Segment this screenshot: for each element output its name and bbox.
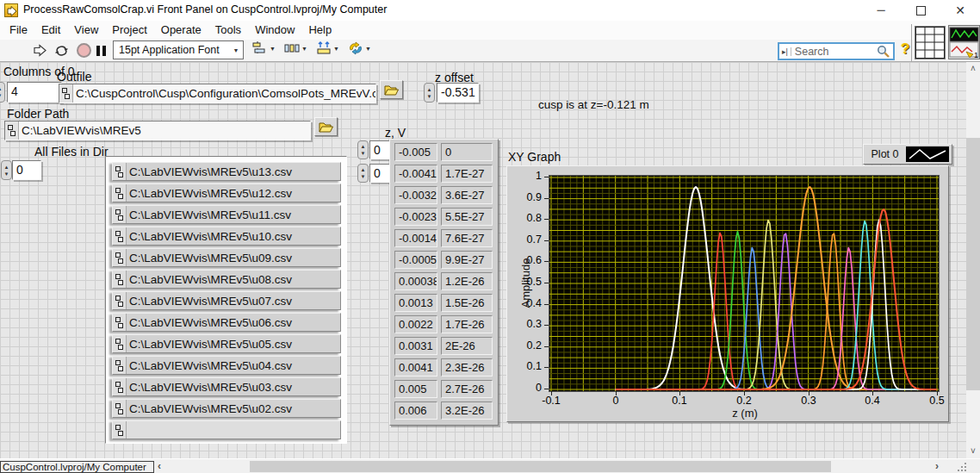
spinner-up-icon[interactable]: ▲ <box>361 166 366 173</box>
menu-item-help[interactable]: Help <box>301 21 338 40</box>
z-offset-spinner[interactable]: ▲ ▼ <box>424 83 435 103</box>
distribute-objects-button[interactable]: ▼ <box>284 41 307 55</box>
maximize-button[interactable] <box>901 0 940 21</box>
spinner-up-icon[interactable]: ▲ <box>427 86 432 93</box>
reorder-objects-button[interactable]: ▼ <box>348 41 371 55</box>
x-tick-label: 0.1 <box>661 395 698 407</box>
scroll-down-icon[interactable]: ˅ <box>966 445 980 458</box>
table-col-index-input[interactable]: 0 <box>369 164 391 183</box>
pause-button[interactable] <box>96 40 109 61</box>
minimize-button[interactable]: ─ <box>861 0 901 21</box>
grid-alignment-icon[interactable] <box>915 26 946 59</box>
chevron-down-icon: ▼ <box>229 47 243 53</box>
table-cell-z: 0.0031 <box>394 337 437 355</box>
scroll-up-icon[interactable]: ˄ <box>966 62 980 76</box>
align-objects-button[interactable]: ▼ <box>252 41 276 55</box>
table-cell-z: -0.005 <box>394 143 437 161</box>
spinner-down-icon[interactable]: ▼ <box>427 93 432 100</box>
run-continuously-button[interactable] <box>53 40 70 61</box>
y-tick-label: 0.3 <box>511 318 542 330</box>
y-tick-label: 0.9 <box>511 191 542 203</box>
file-path-item: C:\LabVIEWvis\MREv5\u12.csv <box>112 184 341 202</box>
menu-item-edit[interactable]: Edit <box>34 21 67 40</box>
spinner-down-icon[interactable]: ▼ <box>361 150 366 157</box>
menu-item-view[interactable]: View <box>67 21 105 40</box>
vertical-scrollbar-thumb[interactable] <box>966 138 980 390</box>
file-path-text: C:\LabVIEWvis\MREv5\u13.csv <box>127 165 292 178</box>
resize-objects-button[interactable]: ▼ <box>316 41 339 55</box>
abort-button[interactable] <box>77 40 91 61</box>
table-cell-v: 5.5E-27 <box>441 208 493 226</box>
spinner-up-icon[interactable]: ▲ <box>0 85 2 92</box>
menu-item-project[interactable]: Project <box>105 21 153 40</box>
z-offset-input[interactable]: -0.531 <box>437 83 479 103</box>
plot-legend[interactable]: Plot 0 <box>863 144 952 165</box>
menu-item-operate[interactable]: Operate <box>154 21 208 40</box>
spinner-down-icon[interactable]: ▼ <box>361 173 366 180</box>
vi-panel-icon[interactable]: 1 <box>948 25 980 59</box>
chevron-down-icon: ▼ <box>270 46 276 52</box>
close-button[interactable]: ✕ <box>940 0 980 21</box>
chevron-left-icon[interactable]: ‹ <box>158 460 161 472</box>
file-path-item: C:\LabVIEWvis\MREv5\u04.csv <box>112 356 341 375</box>
table-cell-v: 3.6E-27 <box>441 186 493 204</box>
folder-path-label: Folder Path <box>7 107 69 121</box>
font-selector[interactable]: 15pt Application Font ▼ <box>113 40 244 59</box>
path-type-icon <box>5 121 19 140</box>
front-panel: Columns of 0 ▲ ▼ 4 Outfile C:\CuspContro… <box>0 62 966 458</box>
table-row-index-spinner[interactable]: ▲ ▼ <box>357 140 369 159</box>
menu-item-window[interactable]: Window <box>248 21 301 40</box>
file-path-item: C:\LabVIEWvis\MREv5\u13.csv <box>112 162 341 181</box>
help-icon[interactable]: ? <box>901 40 909 58</box>
path-type-icon <box>113 335 127 352</box>
xy-graph: Amplitude z (m) 10.90.80.70.60.50.40.30.… <box>506 165 949 422</box>
table-col-index-spinner[interactable]: ▲ ▼ <box>357 164 369 183</box>
files-label: All Files in Dir <box>34 145 109 159</box>
file-list: C:\LabVIEWvis\MREv5\u13.csvC:\LabVIEWvis… <box>105 156 347 444</box>
outfile-path-input[interactable]: C:\CuspControl\Cusp\Configuration\Comsol… <box>59 84 376 103</box>
y-tick-label: 0.4 <box>511 297 542 309</box>
horizontal-scrollbar-thumb[interactable] <box>250 461 831 472</box>
search-input[interactable]: ▸| Search <box>778 42 895 60</box>
spinner-up-icon[interactable]: ▲ <box>361 143 366 150</box>
chevron-right-icon[interactable]: › <box>935 460 939 472</box>
table-cell-v: 2.3E-26 <box>441 358 493 377</box>
file-path-item: C:\LabVIEWvis\MREv5\u07.csv <box>112 291 341 310</box>
files-index-input[interactable]: 0 <box>12 160 41 180</box>
menu-item-tools[interactable]: Tools <box>208 21 248 40</box>
search-scope-icon[interactable]: ▸| <box>779 47 791 56</box>
table-label: z, V <box>385 126 406 140</box>
table-row-index-input[interactable]: 0 <box>369 140 391 159</box>
search-placeholder: Search <box>795 46 877 58</box>
project-tab[interactable]: CuspControl.lvproj/My Computer <box>0 461 154 473</box>
spinner-down-icon[interactable]: ▼ <box>4 171 9 177</box>
menu-item-file[interactable]: File <box>3 21 34 40</box>
distribute-objects-icon <box>284 41 300 55</box>
columns-of-spinner[interactable]: ▲ ▼ <box>0 82 5 103</box>
run-button[interactable] <box>33 40 47 61</box>
outfile-browse-button[interactable] <box>380 80 403 99</box>
menu-bar: FileEditViewProjectOperateToolsWindowHel… <box>0 21 980 40</box>
status-bar: CuspControl.lvproj/My Computer ‹ › <box>0 458 980 473</box>
vertical-scrollbar[interactable]: ˄ ˅ <box>966 62 980 458</box>
files-index-spinner[interactable]: ▲ ▼ <box>1 160 12 180</box>
folder-open-icon <box>319 121 333 133</box>
folder-browse-button[interactable] <box>314 117 338 136</box>
spinner-up-icon[interactable]: ▲ <box>4 164 9 171</box>
file-path-text: C:\LabVIEWvis\MREv5\u06.csv <box>127 316 292 329</box>
file-path-text: C:\LabVIEWvis\MREv5\u08.csv <box>127 273 292 286</box>
path-type-icon <box>113 184 127 202</box>
y-tick-mark <box>544 325 549 326</box>
plot-legend-label: Plot 0 <box>864 148 906 160</box>
table-cell-v: 2.7E-26 <box>441 380 493 398</box>
folder-path-input[interactable]: C:\LabVIEWvis\MREv5 <box>4 121 311 140</box>
columns-of-input[interactable]: 4 <box>7 82 62 103</box>
x-tick-label: 0.2 <box>725 395 763 407</box>
spinner-down-icon[interactable]: ▼ <box>0 92 2 99</box>
maximize-icon <box>916 6 926 16</box>
table-cell-v: 0 <box>441 143 493 161</box>
resize-grip-icon[interactable] <box>958 463 968 471</box>
run-arrow-icon <box>33 43 47 58</box>
x-axis-title: z (m) <box>702 407 788 420</box>
file-path-item-empty <box>112 420 341 439</box>
